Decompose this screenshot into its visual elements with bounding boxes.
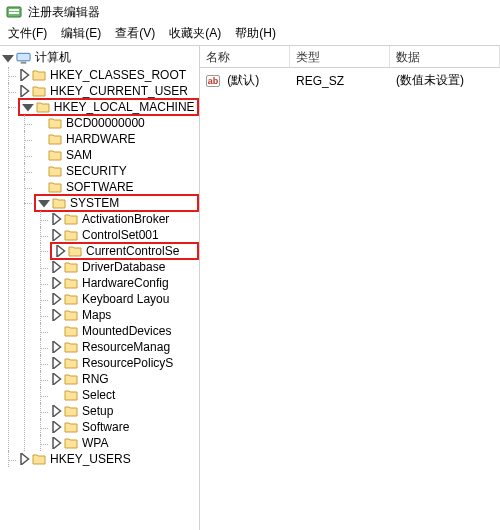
expand-icon[interactable]: [50, 293, 62, 305]
computer-icon: [16, 52, 31, 64]
tree-item-activationbroker[interactable]: ActivationBroker: [50, 211, 199, 227]
tree-item-mounteddevices[interactable]: MountedDevices: [50, 323, 199, 339]
expand-icon[interactable]: [50, 437, 62, 449]
expand-icon[interactable]: [18, 69, 30, 81]
tree-label: HKEY_LOCAL_MACHINE: [52, 100, 195, 114]
tree-item-controlset001[interactable]: ControlSet001: [50, 227, 199, 243]
tree-label: ControlSet001: [80, 228, 161, 242]
expand-icon[interactable]: [18, 453, 30, 465]
tree-item-hkcu[interactable]: HKEY_CURRENT_USER: [18, 83, 199, 99]
value-type: REG_SZ: [290, 72, 390, 90]
tree-label: HKEY_CURRENT_USER: [48, 84, 190, 98]
folder-icon: [64, 213, 78, 225]
menu-bar: 文件(F) 编辑(E) 查看(V) 收藏夹(A) 帮助(H): [0, 24, 500, 46]
tree-label: MountedDevices: [80, 324, 173, 338]
folder-icon: [32, 69, 46, 81]
value-data: (数值未设置): [390, 70, 500, 91]
tree-item-rng[interactable]: RNG: [50, 371, 199, 387]
folder-icon: [32, 85, 46, 97]
svg-rect-1: [9, 9, 19, 11]
collapse-icon[interactable]: [38, 197, 50, 209]
tree-item-hardware[interactable]: HARDWARE: [34, 131, 199, 147]
tree-label: 计算机: [33, 49, 73, 66]
tree-label: CurrentControlSe: [84, 244, 181, 258]
tree-item-hkcr[interactable]: HKEY_CLASSES_ROOT: [18, 67, 199, 83]
expand-icon[interactable]: [50, 341, 62, 353]
tree-label: Maps: [80, 308, 113, 322]
app-icon: [6, 4, 22, 20]
tree-label: Setup: [80, 404, 115, 418]
menu-help[interactable]: 帮助(H): [235, 25, 276, 42]
tree-label: ActivationBroker: [80, 212, 171, 226]
menu-edit[interactable]: 编辑(E): [61, 25, 101, 42]
tree-item-software[interactable]: SOFTWARE: [34, 179, 199, 195]
expand-icon[interactable]: [54, 245, 66, 257]
folder-icon: [48, 149, 62, 161]
folder-icon: [64, 341, 78, 353]
folder-icon: [64, 293, 78, 305]
column-name[interactable]: 名称: [200, 46, 290, 67]
expand-icon[interactable]: [50, 261, 62, 273]
folder-icon: [68, 245, 82, 257]
tree-item-wpa[interactable]: WPA: [50, 435, 199, 451]
tree-label: Select: [80, 388, 117, 402]
tree-item-resourcepolicy[interactable]: ResourcePolicyS: [50, 355, 199, 371]
folder-icon: [48, 165, 62, 177]
window-title: 注册表编辑器: [28, 4, 100, 21]
folder-icon: [64, 389, 78, 401]
tree-label: BCD00000000: [64, 116, 147, 130]
expand-icon[interactable]: [50, 373, 62, 385]
tree-label: HKEY_CLASSES_ROOT: [48, 68, 188, 82]
folder-icon: [64, 325, 78, 337]
tree-pane[interactable]: 计算机 HKEY_CLASSES_ROOT: [0, 46, 200, 530]
tree-label: DriverDatabase: [80, 260, 167, 274]
tree-item-system[interactable]: SYSTEM: [34, 194, 199, 212]
tree-item-select[interactable]: Select: [50, 387, 199, 403]
folder-icon: [64, 437, 78, 449]
menu-view[interactable]: 查看(V): [115, 25, 155, 42]
tree-item-resourcemanager[interactable]: ResourceManag: [50, 339, 199, 355]
tree-label: SAM: [64, 148, 94, 162]
tree-label: Keyboard Layou: [80, 292, 171, 306]
value-name: (默认): [227, 73, 259, 87]
collapse-icon[interactable]: [2, 52, 14, 64]
list-row-default[interactable]: ab (默认) REG_SZ (数值未设置): [200, 68, 500, 93]
expand-icon[interactable]: [50, 309, 62, 321]
tree-item-setup[interactable]: Setup: [50, 403, 199, 419]
column-data[interactable]: 数据: [390, 46, 500, 67]
tree-item-hklm[interactable]: HKEY_LOCAL_MACHINE: [18, 98, 199, 116]
folder-icon: [64, 261, 78, 273]
title-bar: 注册表编辑器: [0, 0, 500, 24]
svg-rect-4: [21, 61, 27, 63]
tree-item-hardwareconfig[interactable]: HardwareConfig: [50, 275, 199, 291]
expand-icon[interactable]: [50, 213, 62, 225]
tree-item-keyboardlayout[interactable]: Keyboard Layou: [50, 291, 199, 307]
menu-file[interactable]: 文件(F): [8, 25, 47, 42]
expand-icon[interactable]: [50, 357, 62, 369]
expand-icon[interactable]: [18, 85, 30, 97]
tree-label: WPA: [80, 436, 110, 450]
tree-item-software[interactable]: Software: [50, 419, 199, 435]
tree-label: ResourcePolicyS: [80, 356, 175, 370]
tree-item-maps[interactable]: Maps: [50, 307, 199, 323]
menu-favorites[interactable]: 收藏夹(A): [169, 25, 221, 42]
expand-icon[interactable]: [50, 277, 62, 289]
expand-icon[interactable]: [50, 229, 62, 241]
collapse-icon[interactable]: [22, 101, 34, 113]
expand-icon[interactable]: [50, 421, 62, 433]
tree-item-currentcontrolset[interactable]: CurrentControlSe: [50, 242, 199, 260]
column-type[interactable]: 类型: [290, 46, 390, 67]
tree-item-security[interactable]: SECURITY: [34, 163, 199, 179]
tree-label: HKEY_USERS: [48, 452, 133, 466]
svg-rect-2: [9, 12, 19, 14]
tree-item-bcd[interactable]: BCD00000000: [34, 115, 199, 131]
tree-item-hku[interactable]: HKEY_USERS: [18, 451, 199, 467]
list-pane: 名称 类型 数据 ab (默认) REG_SZ (数值未设置): [200, 46, 500, 530]
tree-root-computer[interactable]: 计算机: [2, 48, 199, 67]
tree-item-sam[interactable]: SAM: [34, 147, 199, 163]
expand-icon[interactable]: [50, 405, 62, 417]
folder-icon: [64, 421, 78, 433]
tree-item-driverdatabase[interactable]: DriverDatabase: [50, 259, 199, 275]
folder-icon: [64, 277, 78, 289]
folder-icon: [64, 405, 78, 417]
